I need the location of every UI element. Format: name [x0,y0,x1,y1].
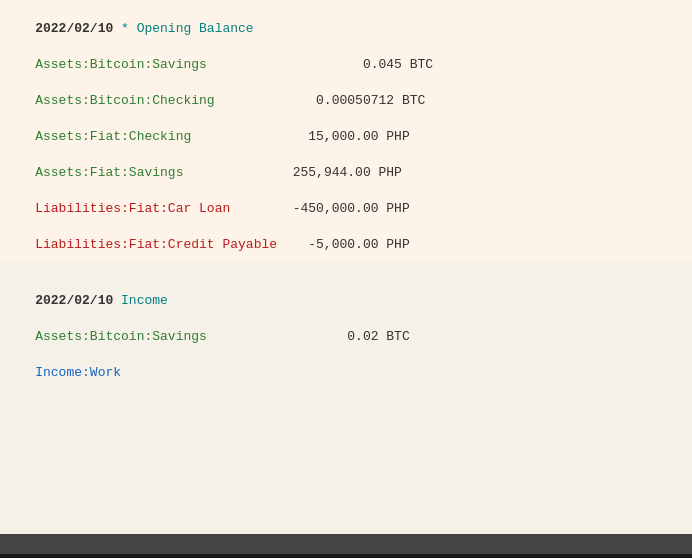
account-name-3: Assets:Fiat:Checking [35,129,191,144]
editor-area: 2022/02/10 * Opening Balance Assets:Bitc… [0,0,692,262]
account-line-9: Assets:Bitcoin:Savings 0.02 BTC [0,328,692,364]
account-name-10: Income:Work [35,365,121,380]
account-name-9: Assets:Bitcoin:Savings [35,329,207,344]
account-line-10: Income:Work [0,364,692,400]
account-line-3: Assets:Fiat:Checking 15,000.00 PHP [0,128,692,164]
date-2: 2022/02/10 [35,293,113,308]
desc-2: Income [121,293,168,308]
editor-mode-line: -:--- example.ledger Top (1,0) (Ledger U… [0,534,692,554]
desc-1: * Opening Balance [121,21,254,36]
account-name-5: Liabilities:Fiat:Car Loan [35,201,230,216]
editor-area-2: 2022/02/10 Income Assets:Bitcoin:Savings… [0,272,692,534]
date-1: 2022/02/10 [35,21,113,36]
transaction-1-header: 2022/02/10 * Opening Balance [0,2,692,56]
account-name-2: Assets:Bitcoin:Checking [35,93,214,108]
account-line-2: Assets:Bitcoin:Checking 0.00050712 BTC [0,92,692,128]
account-line-5: Liabilities:Fiat:Car Loan -450,000.00 PH… [0,200,692,236]
account-line-1: Assets:Bitcoin:Savings 0.045 BTC [0,56,692,92]
account-name-4: Assets:Fiat:Savings [35,165,183,180]
account-name-1: Assets:Bitcoin:Savings [35,57,207,72]
account-line-4: Assets:Fiat:Savings 255,944.00 PHP [0,164,692,200]
transaction-2-header: 2022/02/10 Income [0,274,692,328]
editor-gap [0,262,692,272]
account-line-6: Liabilities:Fiat:Credit Payable -5,000.0… [0,236,692,262]
account-name-6: Liabilities:Fiat:Credit Payable [35,237,277,252]
